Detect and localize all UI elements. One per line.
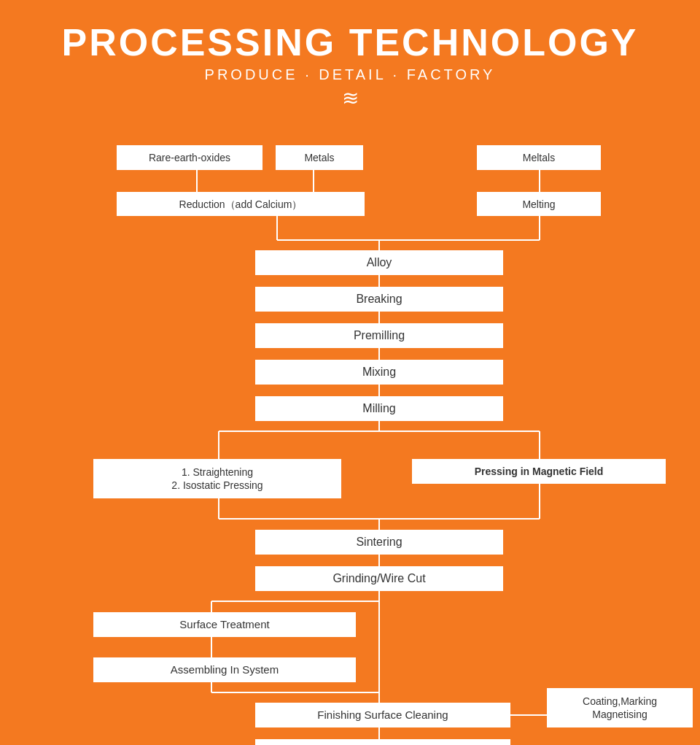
box-grinding: Grinding/Wire Cut — [255, 566, 503, 591]
box-melting: Melting — [477, 192, 601, 216]
box-milling: Milling — [255, 396, 503, 421]
flowchart: Rare-earth-oxides Metals Meltals Reducti… — [29, 132, 671, 745]
box-assembling: Assembling In System — [93, 657, 356, 682]
sub-title: PRODUCE · DETAIL · FACTORY — [29, 66, 671, 83]
box-straightening: 1. Straightening 2. Isostatic Pressing — [93, 459, 341, 498]
box-coating: Coating,Marking Magnetising — [547, 688, 693, 727]
box-pressing: Pressing in Magnetic Field — [412, 459, 666, 484]
box-breaking: Breaking — [255, 287, 503, 312]
box-final-inspection: Final inspection — [255, 739, 510, 745]
box-mixing: Mixing — [255, 360, 503, 385]
box-surface: Surface Treatment — [93, 612, 356, 637]
box-premilling: Premilling — [255, 323, 503, 348]
main-title: PROCESSING TECHNOLOGY — [29, 22, 671, 63]
box-rare-earth: Rare-earth-oxides — [117, 145, 262, 170]
header: PROCESSING TECHNOLOGY PRODUCE · DETAIL ·… — [29, 22, 671, 110]
page-wrapper: PROCESSING TECHNOLOGY PRODUCE · DETAIL ·… — [0, 0, 700, 745]
box-finishing: Finishing Surface Cleaning — [255, 703, 510, 727]
box-alloy: Alloy — [255, 250, 503, 275]
box-meltals: Meltals — [477, 145, 601, 170]
box-reduction: Reduction（add Calcium） — [117, 192, 365, 216]
box-metals: Metals — [276, 145, 363, 170]
box-sintering: Sintering — [255, 530, 503, 555]
wavy-line: ≋ — [29, 86, 671, 110]
connector-lines — [29, 132, 671, 745]
